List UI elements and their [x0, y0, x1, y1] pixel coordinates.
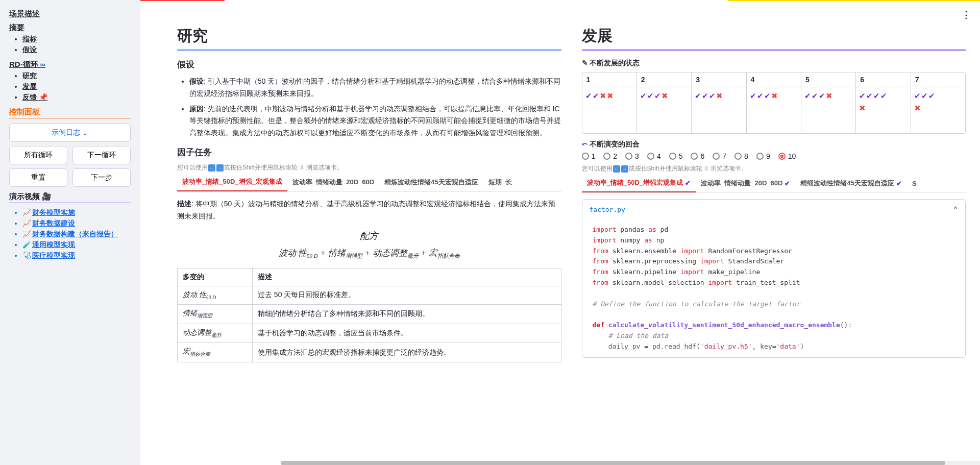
check-icon: ✔: [812, 91, 818, 101]
main-content: ⋮ 研究 假设 假设: 引入基于中期（50 天）波动性的因子，结合情绪分析和基于…: [140, 0, 980, 465]
reset-button[interactable]: 重置: [9, 168, 67, 187]
round-radio[interactable]: 3: [625, 152, 639, 160]
radio-label: 8: [744, 152, 748, 160]
arrow-left-icon: ←: [208, 164, 215, 172]
nav-rd-loop[interactable]: RD-循环 ∞: [9, 60, 131, 69]
code-details: factor.py ⌃ import pandas as pd import n…: [582, 199, 966, 358]
tab[interactable]: S: [907, 175, 922, 192]
example-log-button[interactable]: 示例日志 ⌄: [9, 124, 131, 142]
mark-row: ✔✔✔✖: [695, 91, 723, 101]
radio-label: 5: [679, 152, 683, 160]
stethoscope-icon: 🩺: [22, 251, 31, 259]
state-body: ✔✔✔✖: [911, 87, 965, 133]
tab[interactable]: 波动率_情绪动量_20D_60D ✔: [696, 175, 795, 192]
research-title: 研究: [177, 26, 561, 46]
details-toggle[interactable]: factor.py ⌃: [582, 200, 966, 219]
camera-icon: 🎥: [42, 192, 52, 201]
tab-hint: 您可以使用←→或按住Shift并使用鼠标滚轮 ⇳ 浏览选项卡。: [177, 163, 561, 172]
sidebar-link[interactable]: 📈财务数据建设: [22, 219, 131, 228]
abstract-list: 指标 假设: [9, 35, 131, 55]
table-row: 波动 性50 D过去 50 天每日回报的标准差。: [178, 286, 561, 304]
radio-label: 3: [635, 152, 639, 160]
check-icon: ✔: [921, 91, 928, 101]
radio-label: 9: [766, 152, 770, 160]
round-radio[interactable]: 9: [756, 152, 770, 160]
develop-panel: 发展 不断发展的状态 1✔✔✖✖2✔✔✔✖3✔✔✔✖4✔✔✔✖5✔✔✔✖6✔✔✔…: [582, 26, 966, 460]
nav-abstract[interactable]: 摘要: [9, 23, 131, 33]
state-cell: 7✔✔✔✖: [911, 72, 965, 133]
formula: 波动 性50 D + 情绪增强型 + 动态调整毫升 + 宏指标合奏: [177, 247, 561, 260]
state-cell: 5✔✔✔✖: [801, 72, 856, 133]
research-tabs: 波动率_情绪_50D_增强_宏观集成 波动率_情绪动量_20D_60D 精炼波动…: [177, 174, 561, 192]
radio-label: 4: [657, 152, 661, 160]
radio-circle-icon: [713, 153, 720, 160]
radio-label: 6: [700, 152, 704, 160]
x-icon: ✖: [600, 91, 606, 101]
sidebar-link[interactable]: 📈财务模型实施: [22, 208, 131, 217]
check-icon: ✔: [654, 91, 661, 101]
x-icon: ✖: [771, 91, 778, 101]
horizontal-scrollbar[interactable]: [281, 461, 980, 465]
mark-row: ✖: [859, 104, 866, 113]
evolving-state-title: 不断发展的状态: [582, 59, 966, 68]
columns: 研究 假设 假设: 引入基于中期（50 天）波动性的因子，结合情绪分析和基于精细…: [140, 0, 980, 465]
nav-scene-desc[interactable]: 场景描述: [9, 9, 131, 19]
sidebar: 场景描述 摘要 指标 假设 RD-循环 ∞ 研究 发展 反馈 📌 控制面板 示例…: [0, 0, 140, 465]
nav-abstract-item[interactable]: 指标: [22, 35, 131, 44]
round-radio[interactable]: 5: [669, 152, 683, 160]
state-head: 1: [582, 72, 636, 87]
next-loop-button[interactable]: 下一循环: [72, 146, 131, 164]
round-radio[interactable]: 7: [713, 152, 726, 160]
round-radio[interactable]: 6: [691, 152, 704, 160]
tab[interactable]: 波动率_情绪_50D_增强宏观集成 ✔: [582, 175, 696, 192]
mark-row: ✔✔✔✖: [640, 91, 668, 101]
round-radio[interactable]: 10: [778, 152, 796, 160]
state-cell: 2✔✔✔✖: [637, 72, 692, 133]
check-icon: ✔: [804, 91, 811, 101]
state-body: ✔✔✔✖: [747, 87, 801, 133]
state-table: 1✔✔✖✖2✔✔✔✖3✔✔✔✖4✔✔✔✖5✔✔✔✖6✔✔✔✔✖7✔✔✔✖: [582, 72, 966, 134]
nav-abstract-item[interactable]: 假设: [22, 45, 131, 55]
x-icon: ✖: [662, 91, 668, 101]
divider: [177, 50, 561, 51]
menu-button[interactable]: ⋮: [962, 9, 971, 20]
x-icon: ✖: [826, 91, 832, 101]
tab[interactable]: 波动率_情绪动量_20D_60D: [287, 174, 379, 191]
round-radio[interactable]: 4: [647, 152, 661, 160]
tab[interactable]: 精炼波动性情绪45天宏观自适应: [379, 174, 483, 191]
next-step-button[interactable]: 下一步: [72, 168, 131, 187]
mark-row: ✔✔✔✔: [859, 91, 887, 101]
hypothesis-heading: 假设: [177, 59, 561, 70]
sidebar-link[interactable]: 🩺医疗模型实现: [22, 251, 131, 260]
round-radios: 12345678910: [582, 152, 966, 160]
sidebar-link[interactable]: 📈财务数据构建（来自报告）: [22, 230, 131, 239]
progress-bar: [140, 0, 980, 1]
hypothesis-item: 假设: 引入基于中期（50 天）波动性的因子，结合情绪分析和基于精细机器学习的动…: [189, 76, 561, 100]
round-radio[interactable]: 1: [582, 152, 596, 160]
radio-circle-icon: [582, 153, 589, 160]
check-icon: ✔: [640, 91, 647, 101]
nav-rd-item[interactable]: 反馈 📌: [22, 93, 131, 102]
hypothesis-list: 假设: 引入基于中期（50 天）波动性的因子，结合情绪分析和基于精细机器学习的动…: [177, 76, 561, 139]
chart-icon: 📈: [22, 208, 31, 216]
divider: [9, 203, 131, 203]
radio-circle-icon: [647, 153, 654, 160]
radio-circle-icon: [603, 153, 610, 160]
nav-rd-item[interactable]: 发展: [22, 82, 131, 91]
sidebar-link[interactable]: 🧪通用模型实现: [22, 240, 131, 250]
x-icon: ✖: [716, 91, 723, 101]
rd-list: 研究 发展 反馈 📌: [9, 71, 131, 102]
radio-circle-icon: [756, 153, 764, 160]
nav-rd-item[interactable]: 研究: [22, 71, 131, 81]
tab[interactable]: 波动率_情绪_50D_增强_宏观集成: [177, 174, 287, 191]
round-radio[interactable]: 8: [734, 152, 748, 160]
scroll-icon: ⇳: [704, 165, 709, 172]
all-loop-button[interactable]: 所有循环: [9, 146, 67, 164]
round-radio[interactable]: 2: [603, 152, 617, 160]
check-icon: ✔: [685, 179, 691, 187]
check-icon: ✔: [750, 91, 756, 101]
arrow-right-icon: →: [216, 164, 224, 172]
mark-row: ✔✔✔: [914, 91, 935, 101]
tab[interactable]: 短期_长: [483, 174, 517, 191]
tab[interactable]: 精细波动性情绪45天宏观自适应 ✔: [795, 175, 906, 192]
